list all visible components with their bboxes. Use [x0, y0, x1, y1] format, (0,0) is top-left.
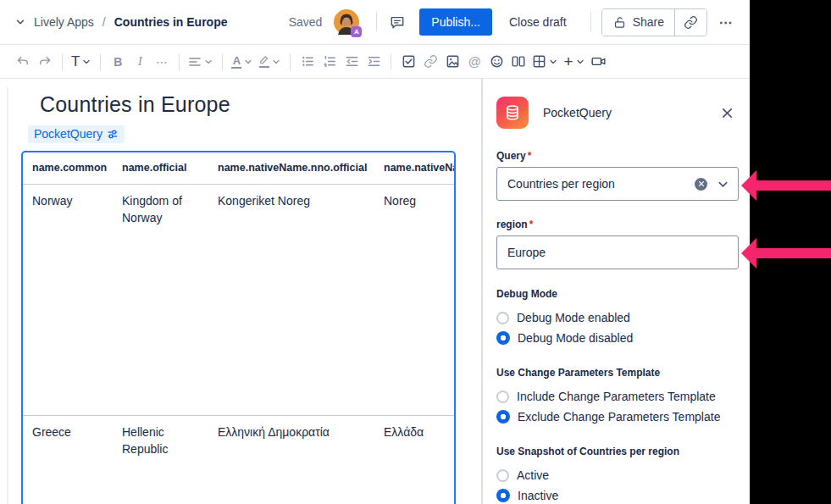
redo-button[interactable]: [34, 50, 56, 74]
avatar[interactable]: A: [334, 9, 359, 35]
more-dots-icon: ⋯: [719, 14, 734, 30]
insert-image-button[interactable]: [441, 50, 463, 74]
text-color-icon: A: [231, 55, 241, 69]
field-label: Debug Mode: [496, 288, 739, 300]
query-select-value: Countries per region: [507, 177, 695, 191]
bullet-list-button[interactable]: [296, 50, 319, 74]
unlock-icon: [612, 15, 627, 30]
undo-button[interactable]: [12, 50, 34, 74]
divider: [100, 53, 101, 70]
outdent-button[interactable]: [341, 50, 363, 74]
insert-link-button[interactable]: [419, 50, 441, 74]
panel-close-button[interactable]: [715, 101, 739, 125]
pocketquery-config-panel: PocketQuery Query* Countries per region: [483, 79, 750, 504]
radio-option[interactable]: Debug Mode disabled: [496, 328, 739, 348]
mention-icon: @: [468, 54, 481, 69]
table-cell: Hellenic Republic: [113, 415, 208, 465]
link-icon: [424, 54, 438, 69]
table-header-row: name.commonname.officialname.nativeName.…: [23, 152, 454, 184]
radio-selected-icon[interactable]: [496, 331, 510, 345]
pocketquery-result-table[interactable]: name.commonname.officialname.nativeName.…: [21, 151, 456, 504]
annotation-arrow-region: [736, 235, 831, 272]
share-button[interactable]: Share: [602, 9, 674, 36]
radio-selected-icon[interactable]: [496, 410, 510, 424]
radio-unselected-icon[interactable]: [496, 469, 509, 482]
radio-selected-icon[interactable]: [496, 489, 510, 502]
task-list-button[interactable]: [397, 50, 419, 74]
copy-link-button[interactable]: [674, 9, 706, 36]
highlight-button[interactable]: [256, 50, 284, 74]
table-cell: Ελλάδα: [374, 415, 454, 465]
chevron-down-icon: [271, 57, 281, 67]
breadcrumb-page-title: Countries in Europe: [114, 15, 228, 29]
pocketquery-macro-chip[interactable]: PocketQuery: [28, 125, 125, 143]
editor-toolbar: T B I ⋯ A: [0, 45, 750, 79]
numbered-list-icon: [323, 54, 337, 69]
task-checkbox-icon: [402, 54, 416, 69]
radio-unselected-icon[interactable]: [496, 312, 509, 324]
chevron-down-icon: [14, 16, 26, 28]
region-input[interactable]: [496, 235, 739, 269]
more-actions-button[interactable]: ⋯: [712, 8, 740, 36]
divider: [222, 53, 223, 70]
chevron-down-icon: [575, 57, 585, 67]
text-color-button[interactable]: A: [229, 50, 256, 74]
table-cell: Norway: [23, 184, 113, 415]
radio-unselected-icon[interactable]: [496, 390, 509, 403]
breadcrumb-separator: /: [102, 15, 106, 29]
image-icon: [446, 54, 460, 69]
divider: [590, 12, 591, 32]
breadcrumb-parent-link[interactable]: Lively Apps: [34, 15, 94, 29]
emoji-button[interactable]: [485, 50, 507, 74]
table-button[interactable]: [529, 50, 561, 74]
radio-option[interactable]: Active: [496, 465, 739, 485]
share-label: Share: [633, 15, 664, 29]
plus-icon: +: [563, 53, 573, 69]
saved-status-label: Saved: [289, 15, 323, 29]
page-title[interactable]: Countries in Europe: [40, 92, 481, 117]
text-style-button[interactable]: T: [69, 50, 94, 74]
table-cell: Kongeriket Noreg: [208, 184, 374, 415]
italic-label: I: [138, 55, 142, 69]
column-header: name.nativeName.nno.official: [208, 152, 374, 184]
more-formatting-button[interactable]: ⋯: [151, 50, 173, 74]
video-button[interactable]: [588, 50, 610, 74]
share-button-group: Share: [601, 8, 707, 36]
radio-label: Exclude Change Parameters Template: [518, 410, 720, 424]
mention-button[interactable]: @: [463, 50, 485, 74]
query-select[interactable]: Countries per region: [496, 167, 739, 201]
more-formatting-icon: ⋯: [156, 55, 169, 69]
radio-option[interactable]: Include Change Parameters Template: [496, 386, 739, 407]
layouts-button[interactable]: [507, 50, 529, 74]
close-icon: [721, 107, 734, 119]
field-label: Use Change Parameters Template: [496, 367, 739, 379]
radio-option[interactable]: Inactive: [496, 485, 739, 504]
undo-icon: [15, 54, 30, 69]
emoji-icon: [490, 54, 504, 69]
alignment-button[interactable]: [186, 50, 216, 74]
comment-button[interactable]: [384, 8, 411, 36]
radio-option[interactable]: Exclude Change Parameters Template: [496, 407, 739, 427]
editor-canvas[interactable]: Countries in Europe PocketQuery name.com…: [0, 79, 483, 504]
indent-button[interactable]: [363, 50, 385, 74]
bullet-list-icon: [301, 54, 315, 69]
insert-more-button[interactable]: +: [561, 50, 587, 74]
breadcrumb-collapse-button[interactable]: [12, 8, 29, 36]
radio-group: Debug ModeDebug Mode enabledDebug Mode d…: [496, 288, 739, 348]
bold-button[interactable]: B: [107, 50, 129, 74]
publish-button[interactable]: Publish...: [419, 8, 492, 36]
video-camera-icon: [590, 54, 607, 69]
radio-option[interactable]: Debug Mode enabled: [496, 307, 739, 328]
column-header: name.nativeNa: [374, 152, 454, 184]
clear-selection-icon[interactable]: [695, 178, 707, 191]
radio-label: Debug Mode disabled: [518, 331, 633, 345]
link-icon: [684, 15, 698, 30]
indent-icon: [367, 54, 381, 69]
column-header: name.common: [23, 152, 113, 184]
divider: [179, 53, 180, 70]
chevron-down-icon[interactable]: [717, 178, 729, 191]
italic-button[interactable]: I: [129, 50, 151, 74]
numbered-list-button[interactable]: [319, 50, 341, 74]
divider: [62, 53, 63, 70]
close-draft-button[interactable]: Close draft: [501, 8, 575, 36]
